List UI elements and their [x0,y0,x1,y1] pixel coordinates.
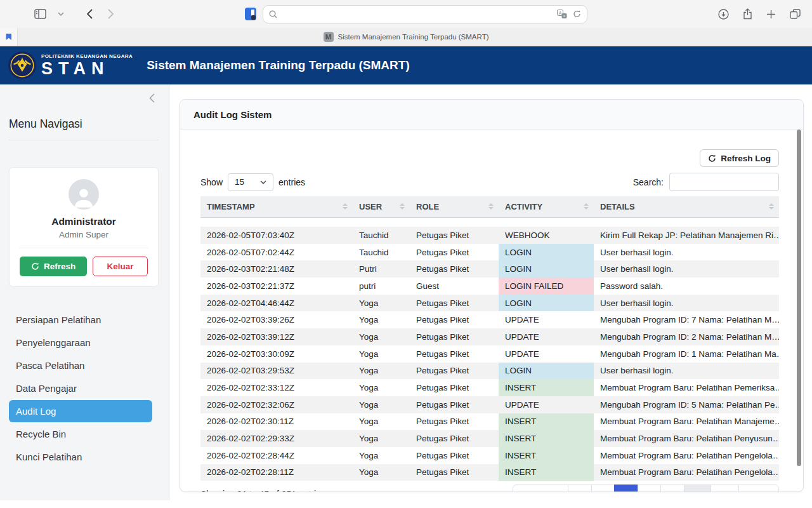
timestamp-cell: 2026-02-02T04:46:44Z [200,295,353,312]
browser-toolbar: A x [0,0,812,28]
sidebar-toggle-icon[interactable] [34,9,46,19]
details-cell: User berhasil login. [594,363,779,380]
sidebar-item-penyelenggaraan[interactable]: Penyelenggaraan [9,331,152,354]
column-label: ACTIVITY [505,202,542,211]
role-cell: Petugas Piket [410,430,499,447]
sidebar-item-kunci-pelatihan[interactable]: Kunci Pelatihan [9,446,152,468]
page-length-select[interactable]: 15 [228,173,273,191]
role-cell: Petugas Piket [410,311,499,328]
page-button-1[interactable]: 1 [568,485,592,491]
svg-text:x: x [563,14,565,18]
app-title: Sistem Manajemen Training Terpadu (SMART… [147,58,410,72]
page-button-3[interactable]: 3 [614,485,638,491]
user-cell: Putri [353,260,410,277]
active-tab[interactable]: M Sistem Manajemen Training Terpadu (SMA… [0,32,812,42]
details-cell: User berhasil login. [594,260,779,277]
sidebar-item-persiapan-pelatihan[interactable]: Persiapan Pelatihan [9,309,152,331]
forward-icon[interactable] [108,9,114,19]
sidebar-item-data-pengajar[interactable]: Data Pengajar [9,377,152,399]
user-cell: Yoga [353,396,410,413]
column-header-activity[interactable]: ACTIVITY [499,196,594,217]
reload-icon[interactable] [573,10,581,18]
sidebar-item-recycle-bin[interactable]: Recycle Bin [9,423,152,445]
activity-cell: UPDATE [499,311,594,328]
page-button-17[interactable]: 17 [710,485,739,491]
role-cell: Petugas Piket [410,464,499,481]
chevron-down-icon[interactable] [58,12,64,16]
page-button-4[interactable]: 4 [638,485,662,491]
table-header-row: TIMESTAMPUSERROLEACTIVITYDETAILS [200,196,779,217]
details-cell: Mengubah Program ID: 5 Nama: Pelatihan P… [594,396,779,413]
search-input[interactable] [669,173,779,191]
activity-cell: INSERT [499,447,594,464]
share-icon[interactable] [743,8,752,20]
privacy-shield-icon[interactable] [245,8,256,20]
scrollbar-thumb[interactable] [797,130,801,466]
details-cell: Kirim Full Rekap JP: Pelatihan Manajemen… [594,227,779,244]
panel-title: Audit Log Sistem [180,100,803,130]
user-cell: Yoga [353,311,410,328]
translate-icon[interactable]: A x [557,10,567,18]
user-cell: Yoga [353,447,410,464]
refresh-log-button[interactable]: Refresh Log [700,149,779,167]
spacer-row [200,217,779,227]
new-tab-icon[interactable] [766,10,776,19]
timestamp-cell: 2026-02-02T02:30:11Z [200,413,353,431]
details-cell: Membuat Program Baru: Pelatihan Pemeriks… [594,379,779,396]
refresh-icon [31,262,39,271]
activity-cell: UPDATE [499,345,594,363]
page-button-ellipsis: … [684,485,712,491]
tab-favicon: M [324,32,334,42]
tab-overview-icon[interactable] [790,9,801,19]
role-cell: Petugas Piket [410,413,499,431]
timestamp-cell: 2026-02-05T07:02:44Z [200,244,353,261]
logout-button[interactable]: Keluar [93,257,148,276]
column-header-user[interactable]: USER [353,196,410,217]
activity-cell: LOGIN FAILED [499,277,594,295]
role-cell: Petugas Piket [410,227,499,244]
audit-log-table: TIMESTAMPUSERROLEACTIVITYDETAILS 2026-02… [200,196,779,481]
sort-icon [584,203,589,210]
divider [20,248,148,248]
page-button-previous[interactable]: Previous [513,485,569,491]
user-cell: Yoga [353,295,410,312]
sidebar-collapse-icon[interactable] [149,93,155,103]
downloads-icon[interactable] [718,9,729,20]
sort-icon [400,203,405,210]
details-cell: Mengubah Program ID: 2 Nama: Pelatihan M… [594,328,779,345]
table-row: 2026-02-02T03:30:09ZYogaPetugas PiketUPD… [200,345,779,363]
table-row: 2026-02-02T03:39:12ZYogaPetugas PiketUPD… [200,328,779,345]
refresh-session-button[interactable]: Refresh [20,257,87,276]
bookmark-icon [5,33,13,41]
pagination: Previous12345…17Next [513,485,779,491]
address-bar[interactable]: A x [263,5,587,23]
pinned-tab[interactable] [0,28,18,46]
column-header-role[interactable]: ROLE [410,196,499,217]
page-button-5[interactable]: 5 [660,485,684,491]
activity-cell: UPDATE [499,396,594,413]
page-button-next[interactable]: Next [738,485,779,491]
url-input[interactable] [281,10,553,19]
timestamp-cell: 2026-02-02T02:33:12Z [200,379,353,396]
page-button-2[interactable]: 2 [591,485,615,491]
details-cell: User berhasil login. [594,295,779,312]
details-cell: User berhasil login. [594,244,779,261]
table-row: 2026-02-02T03:39:26ZYogaPetugas PiketUPD… [200,311,779,328]
activity-cell: INSERT [499,464,594,481]
table-row: 2026-02-02T03:29:53ZYogaPetugas PiketLOG… [200,363,779,380]
user-card: Administrator Admin Super Refresh Keluar [9,167,159,287]
sort-icon [343,203,348,210]
details-cell: Password salah. [594,277,779,295]
sidebar-item-audit-log[interactable]: Audit Log [9,400,152,422]
column-header-timestamp[interactable]: TIMESTAMP [200,196,353,217]
institution-name: POLITEKNIK KEUANGAN NEGARA [41,54,133,59]
column-header-details[interactable]: DETAILS [594,196,779,217]
sidebar-item-pasca-pelatihan[interactable]: Pasca Pelatihan [9,354,152,377]
back-icon[interactable] [87,9,93,19]
search-label: Search: [633,177,664,187]
refresh-log-label: Refresh Log [721,154,771,163]
refresh-icon [708,154,716,163]
activity-cell: INSERT [499,379,594,396]
role-cell: Petugas Piket [410,363,499,380]
stan-logo [8,51,37,80]
